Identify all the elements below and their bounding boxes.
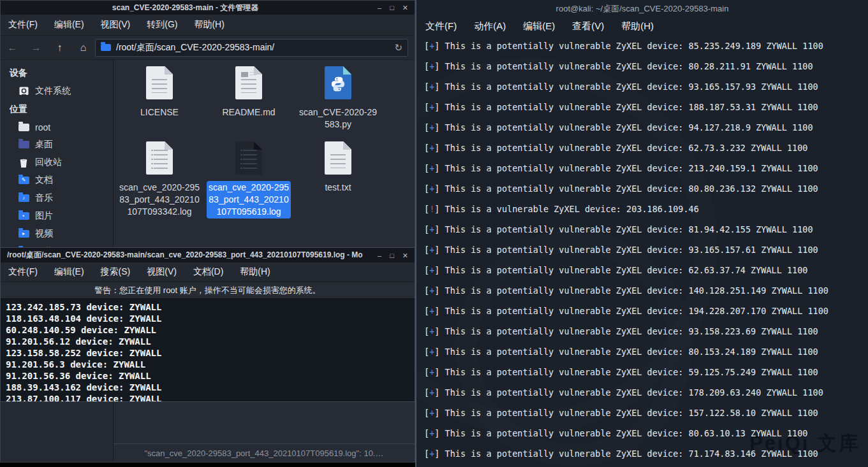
back-icon[interactable]: ← (1, 42, 24, 54)
fm-menu-item-3[interactable]: 转到(G) (147, 19, 177, 31)
sidebar-item-place-5[interactable]: ▪图片 (1, 207, 113, 225)
file-item[interactable]: LICENSE (115, 66, 204, 141)
bracket: [ (424, 143, 429, 153)
terminal-line: [+] This is a potentially vulnerable ZyX… (424, 183, 868, 203)
file-manager-titlebar[interactable]: scan_CVE-2020-29583-main - 文件管理器 – □ ✕ (1, 1, 415, 15)
bracket: [ (424, 428, 429, 438)
log-line: 188.39.143.162 device: ZYWALL (6, 382, 415, 393)
bracket: [ (424, 326, 429, 336)
terminal-line: [+] This is a potentially vulnerable ZyX… (424, 448, 868, 467)
file-item[interactable]: test.txt (293, 141, 383, 219)
bracket: ] (434, 204, 445, 214)
editor-menu-item-4[interactable]: 文档(D) (193, 266, 223, 278)
editor-menu-item-0[interactable]: 文件(F) (8, 266, 38, 278)
editor-menu-item-2[interactable]: 搜索(S) (101, 266, 131, 278)
files-grid[interactable]: LICENSEREADME.mdscan_CVE-2020-29583.pysc… (114, 60, 415, 219)
file-item[interactable]: scan_CVE-2020-29583.py (293, 66, 383, 141)
terminal-window: root@kali: ~/桌面/scan_CVE-2020-29583-main… (415, 0, 868, 467)
file-item[interactable]: README.md (204, 66, 293, 141)
bracket: ] (434, 347, 445, 357)
terminal-line: [+] This is a potentially vulnerable ZyX… (424, 224, 868, 244)
window-controls: – □ ✕ (378, 248, 415, 262)
sidebar-item-label: 回收站 (35, 157, 62, 168)
sidebar-item-place-3[interactable]: ✎文档 (1, 171, 113, 189)
log-line: 123.158.58.252 device: ZYWALL (6, 347, 415, 359)
up-icon[interactable]: ↑ (48, 42, 71, 54)
sidebar-section-places: 位置 (1, 100, 113, 119)
fm-menu-item-4[interactable]: 帮助(H) (194, 19, 224, 31)
file-label: scan_CVE-2020-29583.py (296, 106, 380, 131)
editor-menu-item-5[interactable]: 帮助(H) (240, 266, 270, 278)
terminal-output[interactable]: [+] This is a potentially vulnerable ZyX… (416, 36, 868, 467)
sidebar-item-label: 视频 (35, 228, 53, 240)
file-manager-menubar: 文件(F)编辑(E)视图(V)转到(G)帮助(H) (1, 15, 415, 36)
terminal-menu-item-1[interactable]: 动作(A) (474, 20, 506, 36)
maximize-icon[interactable]: □ (390, 248, 394, 262)
bracket: ] (434, 408, 445, 418)
sidebar-devices-list: 文件系统 (1, 82, 113, 100)
editor-titlebar[interactable]: /root/桌面/scan_CVE-2020-29583-main/scan_c… (1, 248, 415, 262)
terminal-line-text: This is a potentially vulnerable ZyXEL d… (445, 306, 828, 316)
minimize-icon[interactable]: – (378, 248, 381, 262)
file-manager-toolbar: ← → ↑ ⌂ /root/桌面/scan_CVE-2020-29583-mai… (1, 36, 415, 60)
sidebar-item-place-2[interactable]: 回收站 (1, 154, 113, 171)
sidebar-item-place-6[interactable]: ▸视频 (1, 225, 113, 243)
home-icon[interactable]: ⌂ (71, 42, 95, 54)
editor-menu-item-3[interactable]: 视图(V) (147, 266, 177, 278)
readme-file-icon (235, 66, 262, 102)
terminal-line-text: This is a potentially vulnerable ZyXEL d… (445, 183, 818, 194)
bracket: ] (434, 143, 445, 153)
bracket: ] (434, 163, 445, 173)
editor-title: /root/桌面/scan_CVE-2020-29583-main/scan_c… (7, 250, 372, 261)
bracket: ] (434, 306, 445, 316)
sidebar-item-label: root (35, 122, 50, 133)
terminal-menu-item-4[interactable]: 帮助(H) (621, 20, 654, 36)
terminal-line: [+] This is a potentially vulnerable ZyX… (424, 40, 868, 61)
folder-music-icon: ♪ (18, 193, 29, 204)
bracket: [ (424, 367, 429, 377)
log-file-icon (146, 141, 173, 177)
close-icon[interactable]: ✕ (402, 1, 408, 15)
file-label: scan_cve_2020-29583_port_443_20210107T09… (207, 181, 291, 219)
terminal-line-text: This is a potentially vulnerable ZyXEL d… (445, 163, 818, 173)
close-icon[interactable]: ✕ (402, 248, 408, 262)
fm-menu-item-0[interactable]: 文件(F) (8, 19, 38, 31)
terminal-line-text: This is a potentially vulnerable ZyXEL d… (445, 428, 808, 438)
terminal-line: [+] This is a potentially vulnerable ZyX… (424, 407, 868, 427)
status-text: "scan_cve_2020-29583_port_443_20210107T0… (145, 449, 384, 458)
maximize-icon[interactable]: □ (390, 1, 394, 15)
bracket: [ (424, 449, 429, 459)
minimize-icon[interactable]: – (378, 1, 381, 15)
terminal-line: [+] This is a potentially vulnerable ZyX… (424, 427, 868, 448)
bracket: ] (434, 61, 445, 71)
fm-menu-item-2[interactable]: 视图(V) (101, 19, 131, 31)
editor-text-area[interactable]: 123.242.185.73 device: ZYWALL118.163.48.… (1, 299, 415, 401)
bracket: [ (424, 245, 429, 255)
fm-menu-item-1[interactable]: 编辑(E) (54, 19, 84, 31)
editor-menu-item-1[interactable]: 编辑(E) (54, 266, 84, 278)
sidebar-item-device-0[interactable]: 文件系统 (1, 82, 113, 100)
terminal-menu-item-3[interactable]: 查看(V) (572, 20, 604, 36)
sidebar-places-list: root桌面回收站✎文档♪音乐▪图片▸视频↓下载 (1, 119, 113, 261)
log-line: 118.163.48.104 device: ZYWALL (6, 313, 415, 324)
bracket: [ (424, 183, 429, 194)
forward-icon[interactable]: → (24, 42, 48, 54)
bracket: [ (424, 41, 429, 51)
folder-desktop-icon (18, 140, 29, 150)
log-file-dark-icon (235, 141, 262, 177)
file-row-0: LICENSEREADME.mdscan_CVE-2020-29583.py (114, 66, 415, 141)
terminal-line: [!] This is a vulnerable ZyXEL device: 2… (424, 203, 868, 224)
terminal-menu-item-2[interactable]: 编辑(E) (523, 20, 555, 36)
refresh-icon[interactable]: ↻ (394, 42, 402, 54)
path-bar[interactable]: /root/桌面/scan_CVE-2020-29583-main/ ↻ (95, 39, 408, 57)
file-item[interactable]: scan_cve_2020-29583_port_443_20210107T09… (204, 141, 293, 219)
sidebar-item-place-1[interactable]: 桌面 (1, 136, 113, 154)
sidebar-item-place-0[interactable]: root (1, 119, 113, 136)
sidebar-item-place-4[interactable]: ♪音乐 (1, 189, 113, 207)
terminal-line-text: This is a potentially vulnerable ZyXEL d… (445, 326, 818, 336)
file-item[interactable]: scan_cve_2020-29583_port_443_20210107T09… (115, 141, 204, 219)
terminal-menu-item-0[interactable]: 文件(F) (425, 20, 457, 36)
log-line: 60.248.140.59 device: ZYWALL (6, 324, 415, 336)
file-label: scan_cve_2020-29583_port_443_20210107T09… (117, 181, 202, 219)
bracket: ] (434, 326, 445, 336)
